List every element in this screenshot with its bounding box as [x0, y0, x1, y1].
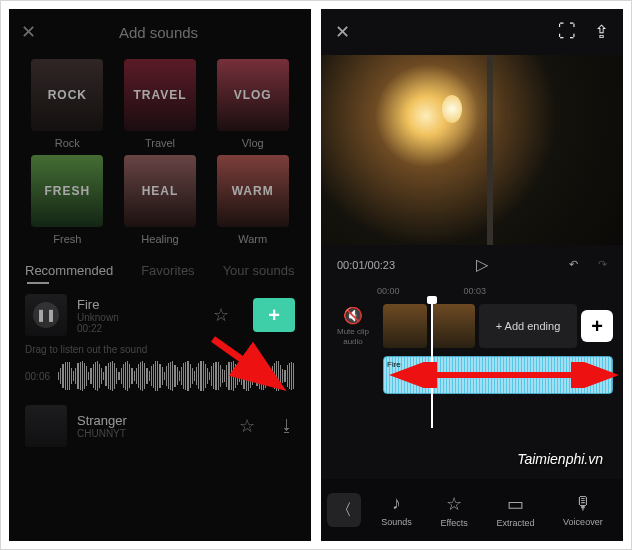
folder-icon: ▭ — [507, 493, 524, 515]
category-label: Healing — [141, 233, 178, 245]
category-travel[interactable]: TRAVEL Travel — [118, 59, 203, 149]
video-clip[interactable] — [383, 304, 427, 348]
category-label: Warm — [238, 233, 267, 245]
category-thumb: ROCK — [31, 59, 103, 131]
song-info: Fire Unknown 00:22 — [77, 297, 203, 334]
tool-voiceover[interactable]: 🎙 Voiceover — [563, 493, 603, 528]
tool-label: Effects — [440, 518, 467, 528]
export-icon[interactable]: ⇪ — [594, 21, 609, 43]
category-healing[interactable]: HEAL Healing — [118, 155, 203, 245]
audio-clip[interactable] — [383, 356, 613, 394]
tool-label: Voiceover — [563, 517, 603, 527]
tab-favorites[interactable]: Favorites — [141, 263, 194, 278]
song-thumbnail[interactable] — [25, 405, 67, 447]
close-icon[interactable] — [21, 21, 36, 43]
video-editor-screen: ⛶ ⇪ 00:01/00:23 ▷ ↶ ↷ 00:00 00:03 🔇 — [321, 9, 623, 541]
category-grid: ROCK Rock TRAVEL Travel VLOG Vlog FRESH … — [9, 55, 311, 257]
play-icon[interactable]: ▷ — [476, 255, 488, 274]
song-thumbnail[interactable]: ❚❚ — [25, 294, 67, 336]
preview-object — [487, 55, 493, 245]
add-clip-button[interactable]: + — [581, 310, 613, 342]
mute-label: Mute clip audio — [337, 327, 369, 346]
microphone-icon: 🎙 — [574, 493, 592, 514]
wave-time: 00:06 — [25, 371, 50, 382]
timecode: 00:01/00:23 — [337, 259, 395, 271]
video-preview[interactable] — [321, 55, 623, 245]
add-sounds-screen: Add sounds ROCK Rock TRAVEL Travel VLOG … — [9, 9, 311, 541]
bottom-toolbar: 〈 ♪ Sounds ☆ Effects ▭ Extracted 🎙 Voice… — [321, 479, 623, 541]
category-thumb: HEAL — [124, 155, 196, 227]
tool-extracted[interactable]: ▭ Extracted — [496, 493, 534, 528]
tab-your-sounds[interactable]: Your sounds — [223, 263, 295, 278]
category-warm[interactable]: WARM Warm — [210, 155, 295, 245]
pause-icon[interactable]: ❚❚ — [33, 302, 59, 328]
tool-sounds[interactable]: ♪ Sounds — [381, 493, 412, 528]
category-vlog[interactable]: VLOG Vlog — [210, 59, 295, 149]
waveform[interactable] — [58, 361, 295, 391]
add-ending-button[interactable]: + Add ending — [479, 304, 577, 348]
video-clip[interactable] — [431, 304, 475, 348]
sound-tabs: Recommended Favorites Your sounds — [9, 257, 311, 278]
song-title: Fire — [77, 297, 203, 312]
add-sound-button[interactable]: + — [253, 298, 295, 332]
watermark: Taimienphi.vn — [517, 451, 603, 467]
category-label: Travel — [145, 137, 175, 149]
category-thumb: VLOG — [217, 59, 289, 131]
favorite-icon[interactable]: ☆ — [239, 415, 255, 437]
category-label: Rock — [55, 137, 80, 149]
timeline[interactable]: 🔇 Mute clip audio + Add ending + Fire — [321, 300, 623, 422]
category-label: Vlog — [242, 137, 264, 149]
song-row-fire[interactable]: ❚❚ Fire Unknown 00:22 ☆ + — [9, 284, 311, 346]
favorite-icon[interactable]: ☆ — [213, 304, 229, 326]
tool-label: Sounds — [381, 517, 412, 527]
video-track[interactable]: + Add ending + — [383, 304, 613, 348]
preview-object — [442, 95, 462, 123]
category-thumb: FRESH — [31, 155, 103, 227]
speaker-mute-icon: 🔇 — [329, 306, 377, 325]
tab-recommended[interactable]: Recommended — [25, 263, 113, 278]
song-info: Stranger CHUNNYT — [77, 413, 229, 439]
undo-icon[interactable]: ↶ — [569, 258, 578, 271]
star-icon: ☆ — [446, 493, 462, 515]
song-row-stranger[interactable]: Stranger CHUNNYT ☆ ⭳ — [9, 401, 311, 457]
ruler-tick: 00:00 — [377, 286, 400, 296]
category-fresh[interactable]: FRESH Fresh — [25, 155, 110, 245]
tool-label: Extracted — [496, 518, 534, 528]
download-icon[interactable]: ⭳ — [279, 417, 295, 435]
time-ruler: 00:00 00:03 — [321, 284, 623, 300]
music-note-icon: ♪ — [392, 493, 401, 514]
song-title: Stranger — [77, 413, 229, 428]
audio-clip-label: Fire — [387, 360, 401, 369]
category-label: Fresh — [53, 233, 81, 245]
waveform-preview[interactable]: 00:06 — [9, 355, 311, 401]
category-rock[interactable]: ROCK Rock — [25, 59, 110, 149]
category-thumb: TRAVEL — [124, 59, 196, 131]
song-duration: 00:22 — [77, 323, 203, 334]
song-artist: Unknown — [77, 312, 203, 323]
tool-effects[interactable]: ☆ Effects — [440, 493, 467, 528]
close-icon[interactable] — [335, 21, 350, 43]
screen-title: Add sounds — [36, 24, 281, 41]
back-button[interactable]: 〈 — [327, 493, 361, 527]
song-artist: CHUNNYT — [77, 428, 229, 439]
fullscreen-icon[interactable]: ⛶ — [558, 21, 576, 43]
mute-clip-button[interactable]: 🔇 Mute clip audio — [329, 306, 377, 346]
add-ending-label: + Add ending — [496, 320, 561, 332]
redo-icon[interactable]: ↷ — [598, 258, 607, 271]
ruler-tick: 00:03 — [464, 286, 487, 296]
playhead[interactable] — [431, 300, 433, 428]
category-thumb: WARM — [217, 155, 289, 227]
